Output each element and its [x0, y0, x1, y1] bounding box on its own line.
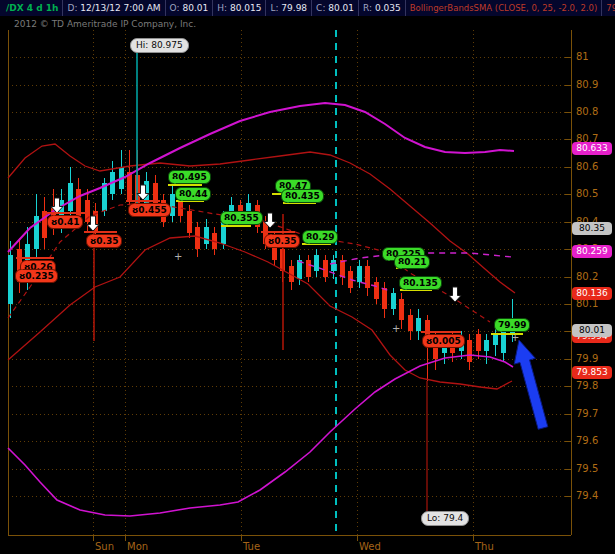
bollinger-lower-band	[8, 236, 512, 389]
price-target-label[interactable]: 80.29	[302, 230, 338, 244]
axis-price-badge: 80.259	[572, 245, 612, 258]
blue-annotation-arrow-icon[interactable]	[514, 340, 548, 429]
axis-price-badge: 80.136	[572, 287, 612, 300]
high-field: H: 80.015	[213, 0, 266, 16]
price-target-label[interactable]: 79.99	[494, 318, 530, 332]
sell-signal-arrow-icon[interactable]	[137, 185, 149, 200]
price-stop-label[interactable]: 80.455	[128, 203, 171, 217]
axis-price-badge: 80.35	[572, 222, 612, 235]
sell-signal-arrow-icon[interactable]	[264, 213, 276, 228]
sell-signal-arrow-icon[interactable]	[87, 216, 99, 231]
study-value-1: 79.994	[602, 0, 615, 16]
price-stop-label[interactable]: 80.35	[264, 234, 300, 248]
sell-signal-arrow-icon[interactable]	[449, 287, 461, 302]
price-stop-label[interactable]: 80.41	[47, 215, 83, 229]
range-field: R: 0.035	[359, 0, 406, 16]
close-field: C: 80.01	[312, 0, 359, 16]
price-target-label[interactable]: 80.435	[281, 189, 324, 203]
open-field: O: 80.01	[166, 0, 214, 16]
price-target-label[interactable]: 80.495	[168, 170, 211, 184]
axis-price-badge: 79.853	[572, 366, 612, 379]
low-field: L: 79.98	[266, 0, 312, 16]
chart-canvas[interactable]: 2012 © TD Ameritrade IP Company, Inc. 81…	[0, 0, 615, 554]
chart-header: /DX 4 d 1h D: 12/13/12 7:00 AM O: 80.01 …	[0, 0, 615, 16]
price-stop-label[interactable]: 80.235	[15, 269, 58, 283]
symbol-timeframe[interactable]: /DX 4 d 1h	[2, 0, 63, 16]
axis-price-badge: 80.01	[572, 324, 612, 337]
sma-lower-band	[8, 355, 513, 516]
price-stop-label[interactable]: 80.005	[422, 334, 465, 348]
lo-marker-bubble: Lo: 79.4	[421, 511, 469, 526]
price-target-label[interactable]: 80.355	[220, 211, 263, 225]
price-target-label[interactable]: 80.21	[394, 255, 430, 269]
date-field: D: 12/13/12 7:00 AM	[63, 0, 165, 16]
sma-midline-a	[298, 261, 390, 291]
stop-level-line[interactable]	[16, 257, 54, 259]
axis-price-badge: 80.633	[572, 142, 612, 155]
study-label[interactable]: BollingerBandsSMA (CLOSE, 0, 25, -2.0, 2…	[406, 0, 603, 16]
price-target-label[interactable]: 80.44	[175, 187, 211, 201]
price-stop-label[interactable]: 80.35	[86, 234, 122, 248]
plus-marker: +	[511, 335, 519, 341]
trading-chart-window: /DX 4 d 1h D: 12/13/12 7:00 AM O: 80.01 …	[0, 0, 615, 554]
plus-marker: +	[174, 254, 182, 260]
plus-marker: +	[392, 326, 400, 332]
study-overlay	[0, 0, 615, 554]
hi-marker-bubble: Hi: 80.975	[130, 38, 189, 53]
price-target-label[interactable]: 80.135	[399, 276, 442, 290]
